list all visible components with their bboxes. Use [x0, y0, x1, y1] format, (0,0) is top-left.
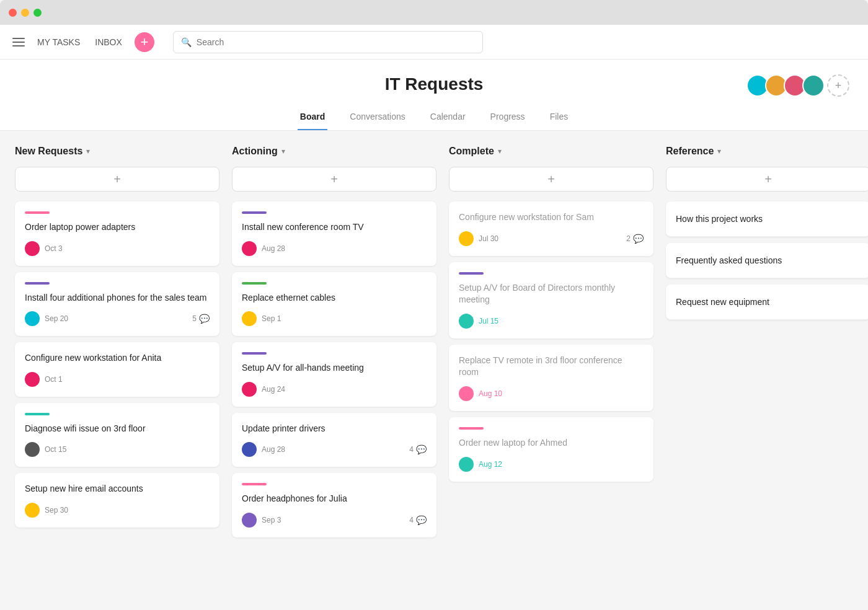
column-header: Complete▾ [449, 146, 653, 157]
column-chevron-icon[interactable]: ▾ [86, 147, 90, 156]
task-card[interactable]: Install four additional phones for the s… [15, 272, 219, 337]
card-meta: Aug 24 [242, 382, 285, 397]
reference-card[interactable]: How this project works [666, 201, 868, 237]
card-title: Replace TV remote in 3rd floor conferenc… [459, 355, 644, 379]
column-title: Complete [449, 146, 494, 157]
card-avatar [242, 442, 257, 457]
card-title: Diagnose wifi issue on 3rd floor [25, 423, 210, 435]
add-button[interactable]: + [135, 32, 154, 52]
task-card[interactable]: Configure new workstation for SamJul 302… [449, 201, 653, 256]
add-card-button[interactable]: + [666, 167, 868, 192]
card-avatar [459, 231, 474, 246]
column-chevron-icon[interactable]: ▾ [717, 147, 721, 156]
task-card[interactable]: Install new conference room TVAug 28 [232, 201, 436, 266]
card-meta: Oct 1 [25, 372, 63, 387]
card-footer: Sep 34💬 [242, 513, 427, 528]
board-container: New Requests▾+Order laptop power adapter… [0, 131, 868, 610]
inbox-link[interactable]: INBOX [95, 37, 122, 47]
card-title: Setup A/V for Board of Directors monthly… [459, 282, 644, 306]
tab-conversations[interactable]: Conversations [347, 104, 408, 130]
card-title: Order laptop power adapters [25, 221, 210, 234]
menu-icon[interactable] [12, 38, 25, 46]
card-title: Install new conference room TV [242, 221, 427, 234]
column-title-group: Reference▾ [666, 146, 721, 157]
card-footer: Sep 1 [242, 311, 427, 326]
add-card-button[interactable]: + [15, 167, 219, 192]
task-card[interactable]: Setup new hire email accountsSep 30 [15, 473, 219, 528]
column-title: New Requests [15, 146, 82, 157]
card-meta: Aug 28 [242, 241, 285, 256]
card-footer: Oct 3 [25, 241, 210, 256]
add-card-button[interactable]: + [449, 167, 653, 192]
card-date: Aug 10 [479, 389, 502, 398]
maximize-button[interactable] [33, 9, 42, 17]
card-footer: Aug 12 [459, 457, 644, 472]
tab-calendar[interactable]: Calendar [428, 104, 468, 130]
reference-card[interactable]: Request new equipment [666, 285, 868, 320]
comment-icon: 💬 [416, 515, 427, 525]
card-date: Oct 1 [45, 375, 63, 384]
card-avatar [242, 382, 257, 397]
add-member-button[interactable]: + [827, 74, 849, 97]
card-date: Jul 30 [479, 234, 498, 243]
search-input[interactable] [197, 37, 475, 47]
card-comments: 2💬 [626, 234, 644, 244]
card-date: Sep 20 [45, 314, 68, 323]
task-card[interactable]: Setup A/V for Board of Directors monthly… [449, 262, 653, 338]
close-button[interactable] [9, 9, 17, 17]
card-accent-bar [25, 211, 50, 214]
add-card-button[interactable]: + [232, 167, 436, 192]
comment-count: 2 [626, 234, 631, 243]
task-card[interactable]: Order new laptop for AhmedAug 12 [449, 417, 653, 482]
card-meta: Jul 15 [459, 314, 498, 329]
card-title: Replace ethernet cables [242, 292, 427, 304]
column-title-group: Complete▾ [449, 146, 502, 157]
card-meta: Oct 15 [25, 442, 66, 457]
reference-card-title: Frequently asked questions [676, 255, 861, 265]
task-card[interactable]: Order headphones for JuliaSep 34💬 [232, 473, 436, 537]
card-accent-bar [242, 352, 267, 355]
card-footer: Aug 24 [242, 382, 427, 397]
card-date: Sep 3 [262, 516, 281, 524]
minimize-button[interactable] [21, 9, 29, 17]
card-title: Update printer drivers [242, 423, 427, 435]
tab-files[interactable]: Files [547, 104, 571, 130]
task-card[interactable]: Replace ethernet cablesSep 1 [232, 272, 436, 337]
project-tabs: BoardConversationsCalendarProgressFiles [0, 104, 868, 130]
reference-card[interactable]: Frequently asked questions [666, 243, 868, 278]
hamburger-line [12, 38, 25, 39]
task-card[interactable]: Configure new workstation for AnitaOct 1 [15, 342, 219, 397]
card-accent-bar [459, 427, 484, 430]
card-avatar [25, 372, 40, 387]
task-card[interactable]: Setup A/V for all-hands meetingAug 24 [232, 342, 436, 407]
column-chevron-icon[interactable]: ▾ [498, 147, 502, 156]
project-header: + IT Requests BoardConversationsCalendar… [0, 60, 868, 131]
task-card[interactable]: Update printer driversAug 284💬 [232, 413, 436, 467]
column-chevron-icon[interactable]: ▾ [281, 147, 285, 156]
card-avatar [25, 241, 40, 256]
card-footer: Jul 302💬 [459, 231, 644, 246]
card-date: Oct 3 [45, 244, 63, 253]
card-comments: 5💬 [192, 314, 210, 324]
card-title: Configure new workstation for Sam [459, 211, 644, 224]
card-title: Install four additional phones for the s… [25, 292, 210, 304]
card-footer: Jul 15 [459, 314, 644, 329]
card-avatar [459, 314, 474, 329]
task-card[interactable]: Order laptop power adaptersOct 3 [15, 201, 219, 266]
task-card[interactable]: Replace TV remote in 3rd floor conferenc… [449, 345, 653, 411]
window-chrome [0, 0, 868, 25]
card-date: Aug 28 [262, 244, 285, 253]
my-tasks-link[interactable]: MY TASKS [37, 37, 80, 47]
reference-card-title: Request new equipment [676, 297, 861, 307]
tab-board[interactable]: Board [298, 104, 327, 130]
card-footer: Sep 205💬 [25, 311, 210, 326]
member-avatar[interactable] [802, 74, 825, 97]
card-avatar [459, 457, 474, 472]
tab-progress[interactable]: Progress [488, 104, 528, 130]
card-accent-bar [242, 282, 267, 285]
column-title-group: New Requests▾ [15, 146, 90, 157]
avatar-group [746, 74, 825, 97]
task-card[interactable]: Diagnose wifi issue on 3rd floorOct 15 [15, 403, 219, 467]
card-date: Sep 1 [262, 314, 281, 323]
card-avatar [25, 442, 40, 457]
